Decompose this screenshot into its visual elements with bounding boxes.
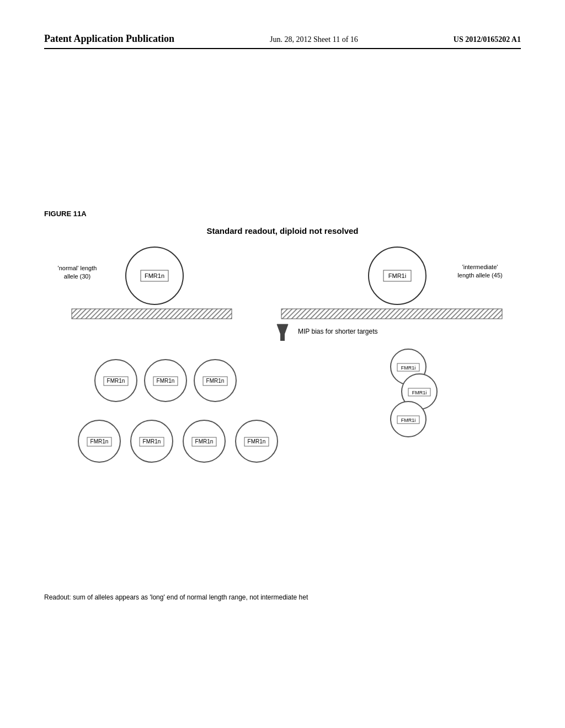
svg-text:FMR1n: FMR1n bbox=[90, 438, 109, 445]
svg-text:FMR1n: FMR1n bbox=[157, 378, 175, 384]
publication-number: US 2012/0165202 A1 bbox=[454, 35, 521, 44]
svg-text:FMR1i: FMR1i bbox=[388, 272, 406, 279]
readout-caption: Readout: sum of alleles appears as 'long… bbox=[44, 593, 521, 601]
figure-title: Standard readout, diploid not resolved bbox=[44, 226, 521, 235]
svg-text:MIP bias for shorter targets: MIP bias for shorter targets bbox=[298, 328, 378, 335]
svg-rect-13 bbox=[281, 309, 502, 319]
publication-title: Patent Application Publication bbox=[44, 33, 174, 45]
figure-label: FIGURE 11A bbox=[44, 210, 87, 218]
figure-container: FIGURE 11A Standard readout, diploid not… bbox=[44, 210, 521, 574]
svg-text:'normal' length: 'normal' length bbox=[58, 265, 97, 271]
svg-text:FMR1n: FMR1n bbox=[206, 378, 225, 384]
svg-rect-6 bbox=[72, 309, 232, 319]
page: Patent Application Publication Jun. 28, … bbox=[0, 0, 565, 728]
svg-text:FMR1i: FMR1i bbox=[401, 365, 416, 371]
svg-text:'intermediate': 'intermediate' bbox=[462, 264, 498, 270]
svg-text:FMR1i: FMR1i bbox=[412, 390, 427, 395]
svg-text:FMR1n: FMR1n bbox=[248, 438, 266, 445]
diagram-svg: FMR1n 'normal' length allele (30) FMR1i … bbox=[44, 243, 521, 507]
page-header: Patent Application Publication Jun. 28, … bbox=[44, 33, 521, 49]
svg-text:length allele (45): length allele (45) bbox=[457, 272, 502, 279]
svg-text:FMR1n: FMR1n bbox=[143, 438, 161, 445]
svg-text:FMR1i: FMR1i bbox=[401, 417, 416, 423]
svg-text:FMR1n: FMR1n bbox=[107, 378, 125, 384]
svg-text:FMR1n: FMR1n bbox=[195, 438, 214, 445]
svg-rect-15 bbox=[280, 324, 285, 341]
svg-text:FMR1n: FMR1n bbox=[145, 272, 164, 279]
publication-date-sheet: Jun. 28, 2012 Sheet 11 of 16 bbox=[270, 35, 358, 44]
svg-text:allele (30): allele (30) bbox=[64, 273, 90, 280]
